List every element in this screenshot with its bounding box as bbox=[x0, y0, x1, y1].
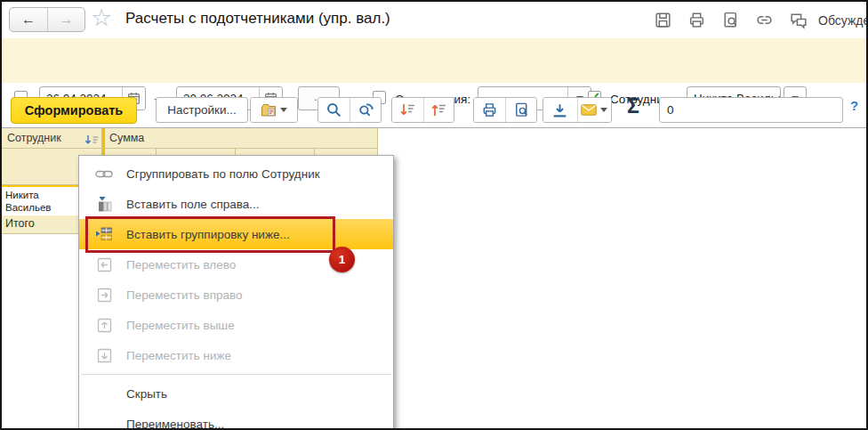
printer-icon bbox=[481, 101, 498, 118]
send-mail-button[interactable] bbox=[577, 98, 612, 122]
column-header-employee[interactable]: Сотрудник bbox=[2, 128, 102, 149]
menu-item-label: Вставить поле справа... bbox=[126, 198, 260, 211]
search-group bbox=[317, 97, 382, 123]
sum-input[interactable]: 0 bbox=[659, 97, 843, 123]
move-down-icon bbox=[94, 348, 114, 363]
search-next-icon bbox=[358, 101, 374, 118]
menu-item-label: Сгруппировать по полю Сотрудник bbox=[126, 167, 320, 181]
settings-button[interactable]: Настройки... bbox=[156, 97, 248, 123]
column-header-sum-label: Сумма bbox=[109, 132, 144, 144]
sum-sigma-icon: Σ bbox=[627, 94, 639, 118]
menu-item-move-right[interactable]: Переместить вправо bbox=[79, 280, 393, 310]
menu-item-rename[interactable]: Переименовать... bbox=[79, 409, 393, 430]
print-group bbox=[473, 97, 537, 123]
favorite-star-icon[interactable]: ☆ bbox=[91, 4, 112, 32]
column-header-employee-label: Сотрудник bbox=[7, 132, 61, 144]
save-result-button[interactable] bbox=[543, 98, 577, 122]
preview-button[interactable] bbox=[505, 98, 536, 122]
app-window: ← → ☆ Расчеты с подотчетниками (упр. вал… bbox=[0, 0, 868, 430]
menu-item-label: Переместить вправо bbox=[126, 288, 243, 302]
annotation-step-badge: 1 bbox=[329, 247, 355, 272]
report-variants-group bbox=[250, 97, 298, 123]
column-context-menu: Сгруппировать по полю Сотрудник Вставить… bbox=[78, 155, 394, 430]
menu-item-move-down[interactable]: Переместить ниже bbox=[79, 340, 393, 370]
search-button[interactable] bbox=[318, 98, 350, 122]
discussion-label[interactable]: Обсуждение bbox=[818, 13, 868, 28]
forward-button[interactable]: → bbox=[47, 8, 84, 31]
move-left-icon bbox=[94, 257, 114, 272]
annotation-highlight-box bbox=[85, 216, 335, 253]
menu-item-label: Переместить ниже bbox=[126, 349, 231, 362]
page-title: Расчеты с подотчетниками (упр. вал.) bbox=[125, 10, 390, 28]
menu-item-label: Переименовать... bbox=[126, 418, 224, 430]
report-variants-button[interactable] bbox=[251, 98, 297, 122]
menu-item-label: Переместить влево bbox=[126, 258, 236, 272]
report-variant-icon bbox=[261, 103, 277, 118]
search-icon bbox=[326, 101, 342, 118]
top-bar: ← → ☆ Расчеты с подотчетниками (упр. вал… bbox=[2, 2, 866, 38]
menu-item-insert-field-right[interactable]: Вставить поле справа... bbox=[79, 189, 393, 219]
menu-item-move-up[interactable]: Переместить выше bbox=[79, 310, 393, 340]
mail-icon bbox=[581, 104, 597, 116]
search-next-button[interactable] bbox=[350, 98, 381, 122]
chevron-down-icon bbox=[600, 108, 607, 112]
column-header-sum[interactable]: Сумма bbox=[105, 128, 378, 149]
menu-separator bbox=[81, 374, 391, 375]
sort-ascending-button[interactable] bbox=[423, 98, 454, 122]
save-icon[interactable] bbox=[654, 11, 672, 29]
link-icon[interactable] bbox=[755, 11, 774, 29]
sort-ascending-icon bbox=[430, 102, 447, 118]
generate-button[interactable]: Сформировать bbox=[11, 97, 137, 124]
history-nav: ← → bbox=[9, 7, 85, 32]
download-icon bbox=[551, 102, 568, 118]
sort-group bbox=[391, 97, 454, 123]
insert-field-right-icon bbox=[94, 196, 114, 212]
sort-descending-icon bbox=[399, 102, 416, 118]
arrow-left-icon: ← bbox=[21, 12, 36, 28]
menu-item-hide[interactable]: Скрыть bbox=[79, 378, 393, 409]
export-group bbox=[542, 97, 612, 123]
preview-icon bbox=[513, 101, 530, 118]
back-button[interactable]: ← bbox=[10, 8, 47, 31]
filter-bar bbox=[2, 38, 866, 83]
move-up-icon bbox=[94, 318, 114, 333]
top-right-actions: Обсуждение bbox=[654, 11, 868, 29]
print-preview-icon[interactable] bbox=[721, 11, 740, 29]
print-icon[interactable] bbox=[687, 11, 706, 29]
menu-item-group-by-field[interactable]: Сгруппировать по полю Сотрудник bbox=[79, 158, 393, 189]
print-button[interactable] bbox=[474, 98, 505, 122]
menu-item-label: Переместить выше bbox=[126, 319, 235, 332]
chevron-down-icon bbox=[280, 108, 287, 112]
sort-descending-button[interactable] bbox=[392, 98, 423, 122]
move-right-icon bbox=[94, 288, 114, 303]
help-button[interactable]: ? bbox=[850, 98, 858, 113]
arrow-right-icon: → bbox=[60, 12, 74, 28]
discussion-icon[interactable] bbox=[789, 11, 808, 29]
menu-item-label: Скрыть bbox=[126, 387, 167, 401]
group-by-field-icon bbox=[94, 169, 114, 179]
